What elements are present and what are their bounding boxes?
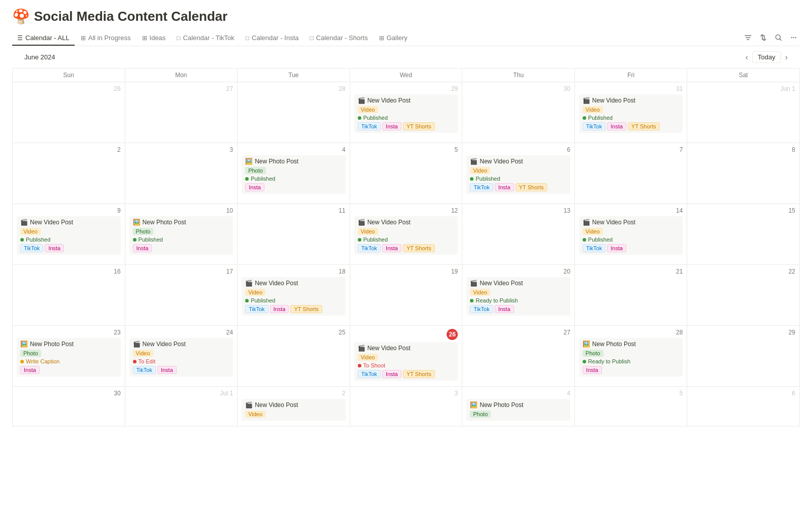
platform-tags: TikTokInstaYT Shorts xyxy=(245,305,342,313)
today-button[interactable]: Today xyxy=(752,51,781,63)
platform-tag: YT Shorts xyxy=(403,244,435,252)
calendar-event[interactable]: 🎬 New Video PostVideoPublishedTikTokInst… xyxy=(466,155,570,194)
status-label: Published xyxy=(363,115,388,121)
event-emoji: 🎬 xyxy=(470,280,478,287)
event-type-tag: Video xyxy=(358,106,378,113)
sort-button[interactable] xyxy=(757,31,769,44)
day-number: 27 xyxy=(129,85,233,92)
calendar-cell: 9🎬 New Video PostVideoPublishedTikTokIns… xyxy=(13,204,125,265)
platform-tags: TikTokInstaYT Shorts xyxy=(358,122,455,130)
tab-label-gallery: Gallery xyxy=(387,34,408,42)
platform-tag: Insta xyxy=(382,370,401,378)
platform-tag: TikTok xyxy=(358,122,381,130)
calendar-event[interactable]: 🖼️ New Photo PostPhotoPublishedInsta xyxy=(242,155,346,194)
event-title: 🖼️ New Photo Post xyxy=(20,341,117,348)
day-number: 6 xyxy=(691,390,795,397)
calendar-event[interactable]: 🎬 New Video PostVideoTo ShootTikTokInsta… xyxy=(354,342,458,381)
event-type-tag: Video xyxy=(358,228,378,235)
event-status: Ready to Publish xyxy=(583,358,680,364)
tab-icon-gallery: ⊞ xyxy=(379,35,384,42)
header-tue: Tue xyxy=(238,69,350,82)
status-dot xyxy=(245,177,249,181)
app-title: Social Media Content Calendar xyxy=(34,9,227,24)
calendar-cell: 16 xyxy=(13,265,125,326)
tab-all-in-progress[interactable]: ⊞ All in Progress xyxy=(76,31,136,46)
platform-tag: Insta xyxy=(583,366,602,374)
platform-tags: TikTokInsta xyxy=(133,366,230,374)
calendar-cell: 18🎬 New Video PostVideoPublishedTikTokIn… xyxy=(238,265,350,326)
tab-ideas[interactable]: ⊞ Ideas xyxy=(137,31,171,46)
more-options-button[interactable] xyxy=(788,31,800,44)
tab-calendar-tiktok[interactable]: □ Calendar - TikTok xyxy=(172,31,239,46)
prev-month-button[interactable]: ‹ xyxy=(746,53,748,62)
event-type-tag: Video xyxy=(470,167,490,174)
calendar-event[interactable]: 🖼️ New Photo PostPhotoReady to PublishIn… xyxy=(579,338,683,377)
platform-tags: Insta xyxy=(20,366,117,374)
day-number: 12 xyxy=(354,207,458,214)
day-number: 13 xyxy=(466,207,570,214)
event-type-tag: Photo xyxy=(133,228,154,235)
tab-label-calendar-tiktok: Calendar - TikTok xyxy=(183,34,234,42)
day-number: 3 xyxy=(129,146,233,153)
event-emoji: 🖼️ xyxy=(245,158,253,165)
calendar-event[interactable]: 🎬 New Video PostVideoPublishedTikTokInst… xyxy=(242,277,346,316)
search-button[interactable] xyxy=(772,31,785,44)
calendar-event[interactable]: 🖼️ New Photo PostPhoto xyxy=(466,399,570,421)
platform-tags: TikTokInstaYT Shorts xyxy=(470,183,567,191)
calendar-cell: 5 xyxy=(350,143,463,204)
tab-calendar-all[interactable]: ☰ Calendar - ALL xyxy=(12,31,75,46)
calendar-event[interactable]: 🎬 New Video PostVideo xyxy=(242,399,346,421)
next-month-button[interactable]: › xyxy=(785,53,788,62)
event-title: 🖼️ New Photo Post xyxy=(583,341,680,348)
day-number: 11 xyxy=(242,207,346,214)
calendar-event[interactable]: 🎬 New Video PostVideoReady to PublishTik… xyxy=(466,277,570,316)
calendar-cell: 10🖼️ New Photo PostPhotoPublishedInsta xyxy=(125,204,238,265)
day-number: Jun 1 xyxy=(691,85,795,92)
event-type-tag: Video xyxy=(133,350,153,357)
calendar-event[interactable]: 🎬 New Video PostVideoPublishedTikTokInst… xyxy=(579,94,683,133)
calendar-event[interactable]: 🎬 New Video PostVideoPublishedTikTokInst… xyxy=(354,216,458,255)
event-title: 🎬 New Video Post xyxy=(245,401,342,409)
event-status: Write Caption xyxy=(20,358,117,364)
event-status: To Edit xyxy=(133,358,230,364)
calendar-event[interactable]: 🖼️ New Photo PostPhotoWrite CaptionInsta xyxy=(17,338,121,377)
svg-point-3 xyxy=(795,37,796,38)
calendar-event[interactable]: 🎬 New Video PostVideoPublishedTikTokInst… xyxy=(354,94,458,133)
tab-calendar-insta[interactable]: □ Calendar - Insta xyxy=(241,31,304,46)
filter-button[interactable] xyxy=(742,31,754,44)
calendar-cell: 19 xyxy=(350,265,463,326)
platform-tag: Insta xyxy=(382,244,401,252)
calendar-cell: 3 xyxy=(350,387,463,426)
status-dot xyxy=(358,116,361,120)
day-number: 29 xyxy=(691,329,795,336)
day-number: 18 xyxy=(242,268,346,275)
status-label: Published xyxy=(251,297,275,303)
day-number: 9 xyxy=(17,207,121,214)
calendar-event[interactable]: 🎬 New Video PostVideoTo EditTikTokInsta xyxy=(129,338,233,377)
tab-calendar-shorts[interactable]: □ Calendar - Shorts xyxy=(305,31,373,46)
day-number: 10 xyxy=(129,207,233,214)
day-number: 25 xyxy=(242,329,346,336)
tab-icon-calendar-all: ☰ xyxy=(17,35,23,42)
day-number: 4 xyxy=(242,146,346,153)
calendar-event[interactable]: 🖼️ New Photo PostPhotoPublishedInsta xyxy=(129,216,233,255)
calendar-event[interactable]: 🎬 New Video PostVideoPublishedTikTokInst… xyxy=(17,216,121,255)
event-title: 🎬 New Video Post xyxy=(583,97,680,104)
tab-label-calendar-all: Calendar - ALL xyxy=(25,34,70,42)
tab-gallery[interactable]: ⊞ Gallery xyxy=(374,31,413,46)
event-emoji: 🎬 xyxy=(583,97,590,104)
status-dot xyxy=(20,238,24,242)
calendar-cell: 6 xyxy=(687,387,800,426)
event-status: Published xyxy=(358,115,455,121)
calendar-cell: 28🖼️ New Photo PostPhotoReady to Publish… xyxy=(575,326,688,387)
day-number: 3 xyxy=(354,390,458,397)
platform-tags: Insta xyxy=(133,244,230,252)
calendar-cell: 21 xyxy=(575,265,688,326)
status-label: To Edit xyxy=(139,358,156,364)
calendar-event[interactable]: 🎬 New Video PostVideoPublishedTikTokInst… xyxy=(579,216,683,255)
day-number: 24 xyxy=(129,329,233,336)
calendar-cell: 5 xyxy=(575,387,688,426)
calendar-cell: 23🖼️ New Photo PostPhotoWrite CaptionIns… xyxy=(13,326,125,387)
event-emoji: 🎬 xyxy=(245,401,253,409)
svg-point-1 xyxy=(791,37,792,38)
